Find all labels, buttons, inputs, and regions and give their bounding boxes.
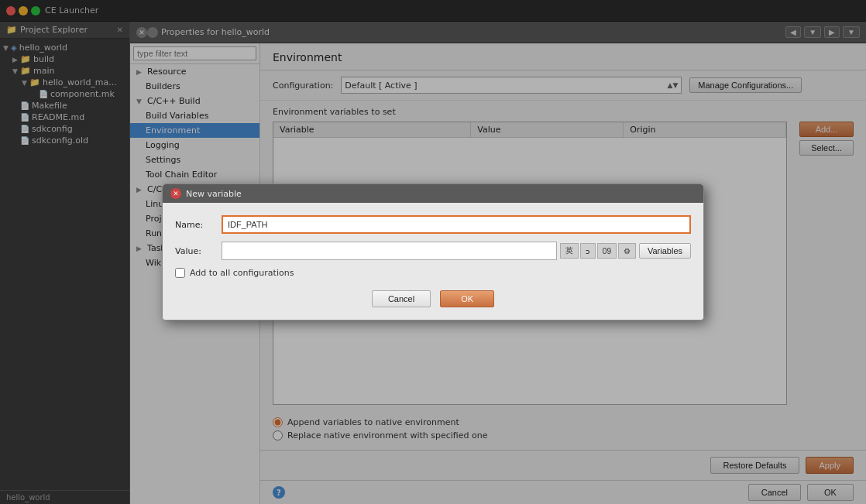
lang-btn-en[interactable]: 英 (560, 243, 579, 259)
modal-value-input-row: 英 ↄ 09 ⚙ Variables (222, 242, 691, 260)
modal-name-label: Name: (175, 220, 214, 230)
lang-btn-settings[interactable]: ⚙ (618, 243, 636, 259)
modal-name-input[interactable] (222, 215, 691, 234)
modal-value-label: Value: (175, 246, 214, 256)
modal-titlebar: ✕ New variable (163, 184, 703, 203)
modal-buttons: Cancel OK (175, 290, 691, 307)
modal-value-row: Value: 英 ↄ 09 ⚙ Variables (175, 242, 691, 260)
modal-ok-btn[interactable]: OK (440, 290, 494, 307)
modal-value-input[interactable] (222, 242, 557, 260)
modal-name-row: Name: (175, 215, 691, 234)
add-all-configs-checkbox[interactable] (175, 268, 185, 278)
modal-lang-btns: 英 ↄ 09 ⚙ (560, 243, 636, 259)
add-all-configs-label: Add to all configurations (190, 268, 294, 278)
modal-title: New variable (186, 189, 242, 199)
lang-btn-cn[interactable]: ↄ (580, 243, 596, 259)
modal-overlay: ✕ New variable Name: Value: 英 ↄ (0, 0, 866, 504)
modal-checkbox-row: Add to all configurations (175, 268, 691, 278)
variables-btn[interactable]: Variables (639, 243, 691, 259)
modal-body: Name: Value: 英 ↄ 09 ⚙ Variables (163, 203, 703, 320)
new-variable-modal: ✕ New variable Name: Value: 英 ↄ (162, 183, 704, 321)
modal-close-btn[interactable]: ✕ (170, 188, 181, 199)
lang-btn-num[interactable]: 09 (597, 243, 617, 259)
modal-cancel-btn[interactable]: Cancel (372, 290, 431, 307)
